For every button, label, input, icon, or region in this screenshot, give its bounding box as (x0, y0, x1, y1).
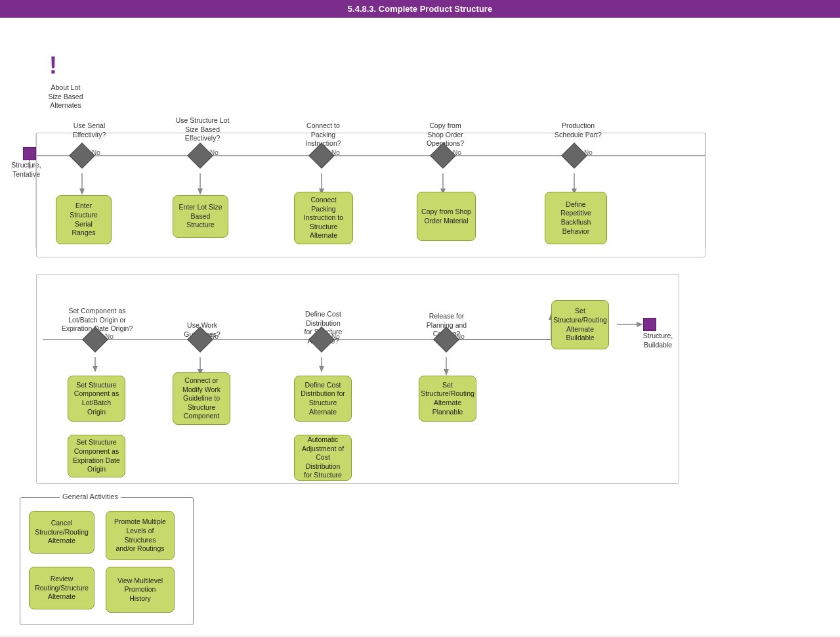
a5-box[interactable]: DefineRepetitiveBackflushBehavior (545, 192, 607, 244)
diagram-canvas: ! About LotSize BasedAlternates Structur… (0, 18, 840, 635)
a11-box[interactable]: SetStructure/RoutingAlternatePlannable (419, 376, 476, 422)
a8-label: Connect orModify WorkGuideline toStructu… (182, 376, 220, 421)
a12-box[interactable]: SetStructure/RoutingAlternateBuildable (551, 300, 609, 349)
a9-label: Define CostDistribution forStructureAlte… (301, 381, 345, 417)
d7-no: No (210, 333, 219, 340)
a2-label: Enter Lot SizeBasedStructure (179, 203, 222, 230)
end-node (643, 318, 656, 331)
a8-box[interactable]: Connect orModify WorkGuideline toStructu… (173, 372, 230, 425)
a6-label: Set StructureComponent asLot/BatchOrigin (74, 381, 119, 417)
a1-label: EnterStructureSerialRanges (70, 202, 98, 238)
a7-box[interactable]: Set StructureComponent asExpiration Date… (68, 435, 125, 477)
a1-box[interactable]: EnterStructureSerialRanges (56, 195, 112, 244)
page-header: 5.4.8.3. Complete Product Structure (0, 0, 840, 18)
start-node (23, 147, 36, 160)
d6-no: No (105, 333, 114, 340)
a13-box[interactable]: CancelStructure/RoutingAlternate (29, 511, 94, 554)
a15-label: ReviewRouting/StructureAlternate (35, 575, 89, 602)
a7-label: Set StructureComponent asExpiration Date… (73, 438, 120, 474)
a10-label: AutomaticAdjustment ofCost Distributionf… (299, 435, 347, 480)
a13-label: CancelStructure/RoutingAlternate (35, 519, 89, 546)
a9-box[interactable]: Define CostDistribution forStructureAlte… (294, 376, 352, 422)
a4-label: Copy from ShopOrder Material (421, 208, 471, 225)
exclaim-icon: ! (49, 54, 57, 77)
a4-box[interactable]: Copy from ShopOrder Material (417, 192, 476, 241)
a3-box[interactable]: Connect PackingInstruction toStructureAl… (294, 192, 353, 244)
general-activities-box: General Activities CancelStructure/Routi… (20, 497, 194, 625)
a12-label: SetStructure/RoutingAlternateBuildable (553, 307, 607, 343)
a5-label: DefineRepetitiveBackflushBehavior (560, 200, 591, 236)
a3-label: Connect PackingInstruction toStructureAl… (299, 196, 348, 240)
a14-box[interactable]: Promote MultipleLevels ofStructuresand/o… (106, 511, 175, 560)
a2-box[interactable]: Enter Lot SizeBasedStructure (173, 195, 228, 238)
page-title: 5.4.8.3. Complete Product Structure (348, 4, 492, 14)
general-activities-title: General Activities (60, 493, 121, 500)
a15-box[interactable]: ReviewRouting/StructureAlternate (29, 567, 94, 609)
a11-label: SetStructure/RoutingAlternatePlannable (421, 381, 474, 417)
d8-no: No (331, 333, 340, 340)
a14-label: Promote MultipleLevels ofStructuresand/o… (114, 517, 166, 554)
end-node-label: Structure,Buildable (637, 332, 679, 349)
about-label: About LotSize BasedAlternates (36, 83, 95, 110)
a6-box[interactable]: Set StructureComponent asLot/BatchOrigin (68, 376, 125, 422)
a16-label: View MultilevelPromotionHistory (117, 577, 163, 604)
a16-box[interactable]: View MultilevelPromotionHistory (106, 567, 175, 613)
d9-no: No (456, 333, 465, 340)
a10-box[interactable]: AutomaticAdjustment ofCost Distributionf… (294, 435, 352, 481)
